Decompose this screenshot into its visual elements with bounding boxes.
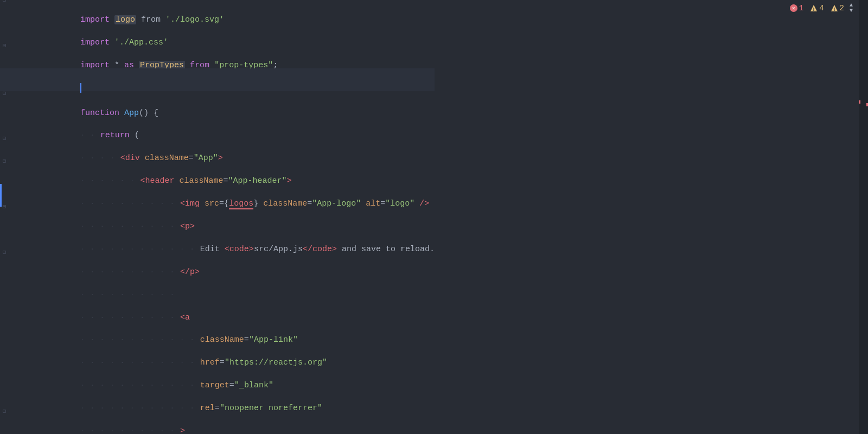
fold-icon-5[interactable]: ⊟	[1, 90, 8, 97]
line-13: · · · · · · · · · ·	[0, 275, 435, 298]
token-a-close: >	[180, 426, 185, 434]
line-18: · · · · · · · · · · · · rel="noopener no…	[0, 388, 435, 411]
line-12: ⊟ · · · · · · · · · · </p>	[0, 252, 435, 275]
line-11: · · · · · · · · · · · · Edit <code>src/A…	[0, 229, 435, 252]
line-15: · · · · · · · · · · · · className="App-l…	[0, 320, 435, 343]
editor: ✕ 1 ! 4 ! 2 ▲ ▼ ⊟	[0, 0, 868, 434]
navigation-arrows[interactable]: ▲ ▼	[850, 3, 853, 14]
svg-text:!: !	[833, 7, 835, 12]
line-8: ⊟ · · · · · · <header className="App-hea…	[0, 161, 435, 184]
text-cursor	[80, 83, 81, 93]
scrollbar-area	[860, 0, 868, 434]
warning-indicator-1[interactable]: ! 4	[810, 4, 824, 12]
line-5: ⊟ function App() {	[0, 93, 435, 116]
fold-icon-3[interactable]: ⊟	[1, 42, 8, 49]
fold-icon-8[interactable]: ⊟	[1, 158, 8, 164]
diagnostics-bar[interactable]: ✕ 1 ! 4 ! 2 ▲ ▼	[786, 0, 857, 16]
warning-count-2: 2	[840, 4, 844, 12]
line-19: ⊟ · · · · · · · · · · >	[0, 411, 435, 434]
fold-icon-12[interactable]: ⊟	[1, 249, 8, 256]
fold-icon-10[interactable]: ⊟	[1, 203, 8, 210]
warning-count-1: 4	[819, 4, 824, 12]
line-10: ⊟ · · · · · · · · · · <p>	[0, 207, 435, 229]
line-16: · · · · · · · · · · · · href="https://re…	[0, 343, 435, 366]
error-indicator[interactable]: ✕ 1	[790, 4, 803, 12]
line-9: · · · · · · · · · · <img src={logos} cla…	[0, 184, 435, 207]
warning-indicator-2[interactable]: ! 2	[831, 4, 844, 12]
code-editor-lines: ⊟ import logo from './logo.svg' import '…	[0, 0, 435, 434]
line-3: ⊟ import * as PropTypes from "prop-types…	[0, 46, 435, 68]
dots-19: · · · · · · · · · ·	[80, 425, 180, 434]
svg-text:!: !	[812, 7, 815, 12]
line-7: ⊟ · · · · <div className="App">	[0, 138, 435, 161]
fold-icon-19[interactable]: ⊟	[1, 408, 8, 414]
line-content-19: · · · · · · · · · · >	[31, 411, 435, 434]
nav-down-arrow[interactable]: ▼	[850, 8, 853, 14]
warning-triangle-icon-2: !	[831, 4, 838, 12]
line-14: · · · · · · · · · · <a	[0, 298, 435, 321]
error-icon: ✕	[790, 4, 797, 12]
line-1: ⊟ import logo from './logo.svg'	[0, 0, 435, 23]
line-4	[0, 68, 435, 91]
line-17: · · · · · · · · · · · · target="_blank"	[0, 366, 435, 388]
error-count: 1	[799, 4, 803, 12]
fold-icon-1[interactable]: ⊟	[1, 0, 8, 3]
line-6: · · return (	[0, 116, 435, 138]
warning-triangle-icon: !	[810, 4, 818, 12]
line-2: import './App.css'	[0, 23, 435, 46]
fold-icon-7[interactable]: ⊟	[1, 135, 8, 142]
